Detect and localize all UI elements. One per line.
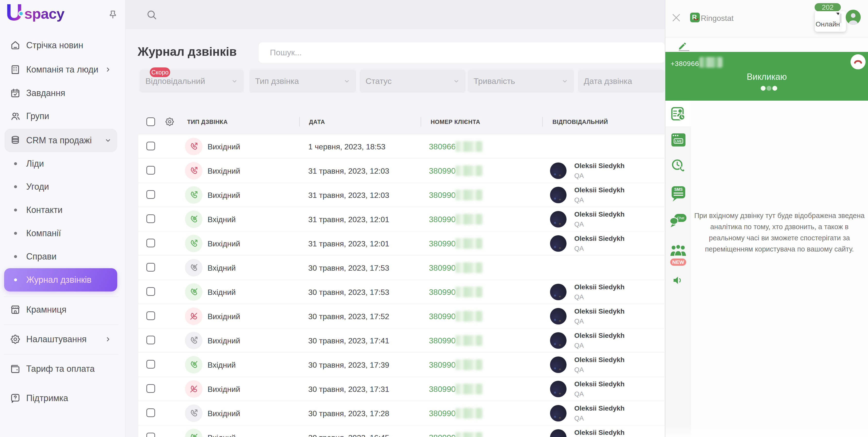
svg-text:Chat: Chat: [677, 216, 684, 220]
svg-text:LIVE: LIVE: [675, 140, 682, 143]
svg-text:SMS: SMS: [674, 188, 683, 192]
